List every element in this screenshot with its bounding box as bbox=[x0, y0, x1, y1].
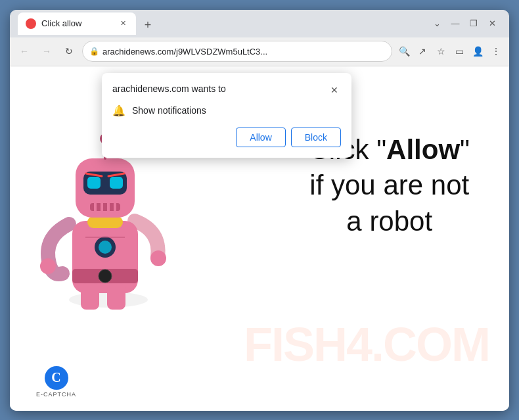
extension-icon[interactable]: ▭ bbox=[451, 43, 467, 59]
share-icon[interactable]: ↗ bbox=[415, 43, 430, 59]
svg-rect-7 bbox=[87, 216, 123, 228]
svg-point-3 bbox=[99, 269, 112, 283]
svg-point-23 bbox=[99, 241, 112, 254]
svg-rect-4 bbox=[81, 283, 99, 310]
svg-point-26 bbox=[150, 250, 166, 266]
permission-description: Show notifications bbox=[132, 105, 206, 116]
menu-icon[interactable]: ⋮ bbox=[488, 43, 504, 59]
title-bar: Click allow ✕ + ⌄ — ❐ ✕ bbox=[10, 10, 509, 37]
refresh-button[interactable]: ↻ bbox=[60, 42, 78, 60]
dialog-title: arachidenews.com wants to bbox=[112, 83, 226, 94]
lock-icon: 🔒 bbox=[89, 47, 99, 56]
forward-button[interactable]: → bbox=[37, 42, 56, 60]
captcha-label: E-CAPTCHA bbox=[36, 391, 76, 398]
dialog-header: arachidenews.com wants to ✕ bbox=[112, 83, 341, 97]
dialog-close-button[interactable]: ✕ bbox=[328, 83, 341, 97]
allow-button[interactable]: Allow bbox=[236, 128, 285, 147]
url-text: arachidenews.com/j9WLVSDZWm5uLtC3... bbox=[102, 47, 385, 57]
captcha-logo-icon: C bbox=[45, 366, 68, 390]
new-tab-button[interactable]: + bbox=[139, 16, 157, 35]
tab-title: Click allow bbox=[41, 18, 112, 28]
watermark-text: FISH4.COM bbox=[244, 317, 489, 371]
bell-icon: 🔔 bbox=[112, 105, 125, 117]
profile-icon[interactable]: 👤 bbox=[470, 43, 485, 59]
bookmark-icon[interactable]: ☆ bbox=[433, 43, 449, 59]
tab-favicon bbox=[26, 18, 36, 29]
browser-window: Click allow ✕ + ⌄ — ❐ ✕ ← → ↻ 🔒 arachide… bbox=[10, 10, 509, 411]
svg-rect-11 bbox=[110, 177, 123, 189]
maximize-button[interactable]: ❐ bbox=[467, 17, 480, 30]
ecaptcha-logo: C E-CAPTCHA bbox=[36, 366, 76, 398]
page-content: FISH4.COM bbox=[10, 66, 509, 411]
search-icon[interactable]: 🔍 bbox=[396, 43, 412, 59]
back-button[interactable]: ← bbox=[15, 42, 34, 60]
browser-tab[interactable]: Click allow ✕ bbox=[18, 12, 136, 35]
block-button[interactable]: Block bbox=[291, 128, 341, 147]
close-button[interactable]: ✕ bbox=[485, 17, 499, 30]
notification-dialog: arachidenews.com wants to ✕ 🔔 Show notif… bbox=[102, 73, 351, 158]
svg-rect-10 bbox=[87, 177, 101, 189]
tab-close-button[interactable]: ✕ bbox=[118, 18, 128, 29]
address-icons: 🔍 ↗ ☆ ▭ 👤 ⋮ bbox=[396, 43, 504, 59]
svg-point-25 bbox=[40, 258, 56, 274]
dialog-actions: Allow Block bbox=[112, 128, 341, 147]
address-bar-area: ← → ↻ 🔒 arachidenews.com/j9WLVSDZWm5uLtC… bbox=[10, 37, 509, 66]
permission-row: 🔔 Show notifications bbox=[112, 105, 341, 117]
tab-area: Click allow ✕ + bbox=[15, 12, 426, 35]
chevron-down-icon[interactable]: ⌄ bbox=[430, 17, 443, 30]
window-controls: ⌄ — ❐ ✕ bbox=[430, 17, 504, 30]
address-bar[interactable]: 🔒 arachidenews.com/j9WLVSDZWm5uLtC3... bbox=[82, 41, 392, 62]
minimize-button[interactable]: — bbox=[449, 17, 462, 30]
svg-rect-5 bbox=[107, 283, 125, 310]
